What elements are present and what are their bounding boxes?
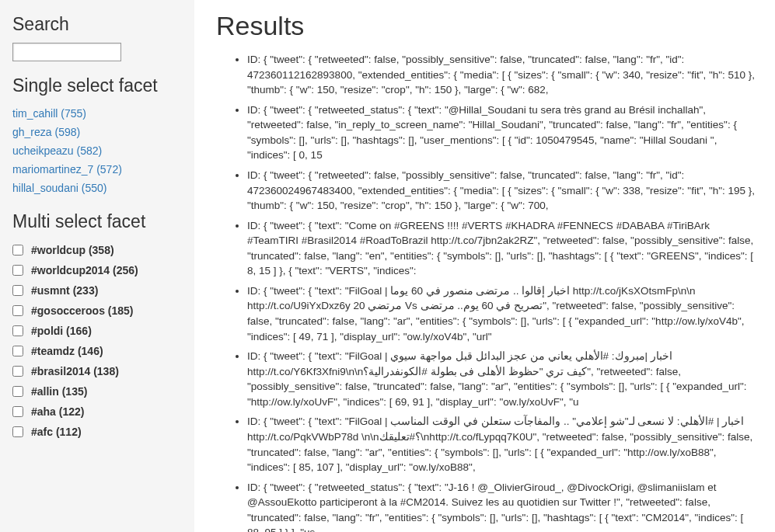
multi-facet-item: #usmnt (233) [12, 280, 182, 301]
facet-checkbox[interactable] [12, 265, 23, 276]
multi-facet-item: #gosocceroos (185) [12, 301, 182, 321]
main-content: Results ID: { "tweet": { "retweeted": fa… [194, 0, 775, 532]
multi-facet-item: #brasil2014 (138) [12, 361, 182, 381]
facet-label: #poldi (166) [31, 325, 92, 337]
facet-label: #usmnt (233) [31, 284, 98, 297]
single-facet-heading: Single select facet [12, 75, 182, 96]
multi-facet-heading: Multi select facet [12, 211, 182, 232]
result-item: ID: { "tweet": { "text": "Come on #GREEN… [247, 218, 759, 279]
multi-facet-item: #allin (135) [12, 381, 182, 402]
result-item: ID: { "tweet": { "text": "FilGoal | اخبا… [247, 283, 759, 344]
multi-facet-list: #worldcup (358) #worldcup2014 (256) #usm… [12, 240, 182, 442]
multi-facet-item: #worldcup2014 (256) [12, 260, 182, 280]
facet-checkbox[interactable] [12, 406, 23, 417]
facet-label: #gosocceroos (185) [31, 304, 134, 317]
facet-label: #worldcup2014 (256) [31, 264, 138, 276]
facet-label: #worldcup (358) [31, 244, 114, 256]
facet-checkbox[interactable] [12, 325, 23, 336]
single-facet-list: tim_cahill (755) gh_reza (598) ucheikpea… [12, 104, 182, 197]
results-list: ID: { "tweet": { "retweeted": false, "po… [216, 52, 759, 532]
result-item: ID: { "tweet": { "text": "FilGoal | اخبا… [247, 414, 759, 475]
facet-link[interactable]: ucheikpeazu (582) [12, 144, 102, 157]
facet-checkbox[interactable] [12, 346, 23, 356]
facet-label: #afc (112) [31, 426, 82, 438]
result-item: ID: { "tweet": { "text": "FilGoal | اخبا… [247, 349, 759, 409]
facet-label: #teamdz (146) [31, 345, 103, 357]
result-item: ID: { "tweet": { "retweeted": false, "po… [247, 168, 759, 214]
facet-checkbox[interactable] [12, 285, 23, 296]
results-title: Results [216, 11, 759, 41]
facet-checkbox[interactable] [12, 426, 23, 437]
facet-link[interactable]: gh_reza (598) [12, 126, 80, 138]
facet-link[interactable]: mariomartinez_7 (572) [12, 163, 122, 176]
result-item: ID: { "tweet": { "retweeted_status": { "… [247, 103, 759, 163]
multi-facet-item: #afc (112) [12, 422, 182, 442]
multi-facet-item: #teamdz (146) [12, 341, 182, 361]
facet-label: #aha (122) [31, 405, 84, 418]
result-item: ID: { "tweet": { "retweeted_status": { "… [247, 480, 759, 532]
search-heading: Search [12, 14, 182, 35]
sidebar: Search Single select facet tim_cahill (7… [0, 0, 194, 532]
facet-label: #allin (135) [31, 385, 87, 398]
search-input[interactable] [12, 43, 121, 61]
facet-checkbox[interactable] [12, 386, 23, 397]
facet-label: #brasil2014 (138) [31, 365, 119, 377]
facet-link[interactable]: tim_cahill (755) [12, 107, 86, 120]
facet-checkbox[interactable] [12, 366, 23, 377]
multi-facet-item: #aha (122) [12, 402, 182, 422]
result-item: ID: { "tweet": { "retweeted": false, "po… [247, 52, 759, 98]
multi-facet-item: #worldcup (358) [12, 240, 182, 260]
facet-checkbox[interactable] [12, 245, 23, 256]
facet-link[interactable]: hillal_soudani (550) [12, 182, 106, 194]
multi-facet-item: #poldi (166) [12, 321, 182, 341]
facet-checkbox[interactable] [12, 305, 23, 316]
